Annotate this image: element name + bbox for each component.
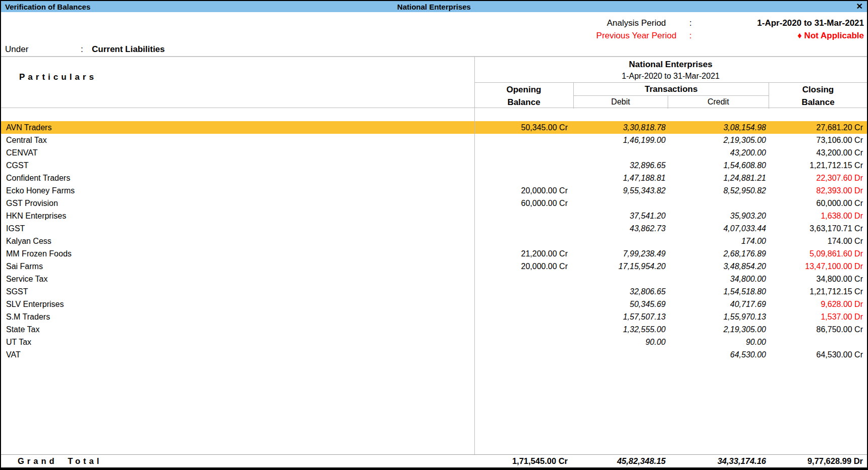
close-icon[interactable]: ✕ xyxy=(856,1,863,12)
row-opening-balance: 21,200.00 Cr xyxy=(474,247,574,260)
row-credit-amount: 1,54,518.80 xyxy=(668,285,769,298)
row-particulars-label: Kalyan Cess xyxy=(1,235,474,247)
table-row[interactable]: SGST32,806.651,54,518.801,21,712.15 Cr xyxy=(1,285,867,298)
row-debit-amount: 90.00 xyxy=(574,336,668,348)
row-closing-balance: 27,681.20 Cr xyxy=(769,121,867,134)
row-credit-amount: 2,68,176.89 xyxy=(668,247,769,260)
row-credit-amount: 64,530.00 xyxy=(668,348,769,361)
row-particulars-label: VAT xyxy=(1,348,474,361)
row-particulars-label: Service Tax xyxy=(1,273,474,285)
company-title: National Enterprises xyxy=(1,3,867,11)
table-row[interactable]: MM Frozen Foods21,200.00 Cr7,99,238.492,… xyxy=(1,247,867,260)
table-row[interactable]: IGST43,862.734,07,033.443,63,170.71 Cr xyxy=(1,222,867,235)
row-particulars-label: IGST xyxy=(1,222,474,235)
opening-header-line2: Balance xyxy=(474,96,573,109)
company-name-header: National Enterprises xyxy=(474,59,867,71)
table-header: Particulars National Enterprises 1-Apr-2… xyxy=(1,56,867,108)
row-particulars-label: Confident Traders xyxy=(1,172,474,184)
closing-header-line2: Balance xyxy=(769,96,867,109)
row-particulars-label: Ecko Honey Farms xyxy=(1,184,474,197)
numeric-header-area: National Enterprises 1-Apr-2020 to 31-Ma… xyxy=(474,57,867,108)
row-opening-balance xyxy=(474,172,574,184)
row-debit-amount: 1,46,199.00 xyxy=(574,134,668,146)
table-row[interactable]: HKN Enterprises37,541.2035,903.201,638.0… xyxy=(1,210,867,222)
row-opening-balance xyxy=(474,146,574,159)
analysis-period-colon: : xyxy=(689,17,697,29)
debit-column-header: Debit xyxy=(574,96,668,109)
row-credit-amount xyxy=(668,197,769,210)
row-debit-amount: 32,806.65 xyxy=(574,285,668,298)
row-opening-balance: 20,000.00 Cr xyxy=(474,260,574,273)
row-credit-amount: 3,48,854.20 xyxy=(668,260,769,273)
grand-total-row: Grand Total 1,71,545.00 Cr 45,82,348.15 … xyxy=(1,455,867,467)
table-row[interactable]: CGST32,896.651,54,608.801,21,712.15 Cr xyxy=(1,159,867,172)
table-row[interactable]: VAT64,530.0064,530.00 Cr xyxy=(1,348,867,361)
row-particulars-label: State Tax xyxy=(1,323,474,336)
row-credit-amount: 1,24,881.21 xyxy=(668,172,769,184)
row-debit-amount: 3,30,818.78 xyxy=(574,121,668,134)
particulars-header-cell: Particulars xyxy=(1,57,474,108)
row-credit-amount: 35,903.20 xyxy=(668,210,769,222)
table-row[interactable]: S.M Traders1,57,507.131,55,970.131,537.0… xyxy=(1,310,867,323)
title-bar: Verification of Balances National Enterp… xyxy=(1,1,867,12)
under-colon: : xyxy=(81,43,92,56)
row-closing-balance: 1,21,712.15 Cr xyxy=(769,285,867,298)
row-credit-amount: 90.00 xyxy=(668,336,769,348)
row-opening-balance xyxy=(474,323,574,336)
row-particulars-label: UT Tax xyxy=(1,336,474,348)
table-row[interactable]: Service Tax34,800.0034,800.00 Cr xyxy=(1,273,867,285)
grand-total-closing: 9,77,628.99 Dr xyxy=(769,455,867,467)
previous-year-period-colon: : xyxy=(689,30,697,42)
table-row[interactable]: Confident Traders1,47,188.811,24,881.212… xyxy=(1,172,867,184)
ledger-rows: AVN Traders50,345.00 Cr3,30,818.783,08,1… xyxy=(1,121,867,361)
row-particulars-label: Central Tax xyxy=(1,134,474,146)
row-debit-amount xyxy=(574,235,668,247)
row-credit-amount: 174.00 xyxy=(668,235,769,247)
row-closing-balance: 22,307.60 Dr xyxy=(769,172,867,184)
row-closing-balance: 86,750.00 Cr xyxy=(769,323,867,336)
row-particulars-label: S.M Traders xyxy=(1,310,474,323)
previous-year-period-value: ♦ Not Applicable xyxy=(697,30,864,42)
row-opening-balance xyxy=(474,210,574,222)
row-opening-balance xyxy=(474,336,574,348)
table-row[interactable]: AVN Traders50,345.00 Cr3,30,818.783,08,1… xyxy=(1,121,867,134)
table-row[interactable]: CENVAT43,200.0043,200.00 Cr xyxy=(1,146,867,159)
row-closing-balance: 1,638.00 Dr xyxy=(769,210,867,222)
row-closing-balance: 82,393.00 Dr xyxy=(769,184,867,197)
column-headers-row: Opening Balance Transactions Debit Credi… xyxy=(474,83,867,109)
table-row[interactable]: GST Provision60,000.00 Cr60,000.00 Cr xyxy=(1,197,867,210)
table-row[interactable]: Central Tax1,46,199.002,19,305.0073,106.… xyxy=(1,134,867,146)
row-credit-amount: 8,52,950.82 xyxy=(668,184,769,197)
row-opening-balance xyxy=(474,285,574,298)
table-row[interactable]: Sai Farms20,000.00 Cr17,15,954.203,48,85… xyxy=(1,260,867,273)
row-debit-amount: 37,541.20 xyxy=(574,210,668,222)
row-opening-balance xyxy=(474,273,574,285)
grand-total-label: Grand Total xyxy=(1,455,474,467)
row-closing-balance: 1,21,712.15 Cr xyxy=(769,159,867,172)
company-header-cell: National Enterprises 1-Apr-2020 to 31-Ma… xyxy=(474,57,867,83)
row-particulars-label: SGST xyxy=(1,285,474,298)
grand-total-credit: 34,33,174.16 xyxy=(668,455,769,467)
transactions-subheaders: Debit Credit xyxy=(574,96,769,109)
row-closing-balance xyxy=(769,336,867,348)
analysis-period-row: Analysis Period : 1-Apr-2020 to 31-Mar-2… xyxy=(583,17,864,29)
under-label: Under xyxy=(5,43,81,56)
analysis-period-value: 1-Apr-2020 to 31-Mar-2021 xyxy=(697,17,864,29)
under-value: Current Liabilities xyxy=(92,43,165,56)
row-opening-balance: 60,000.00 Cr xyxy=(474,197,574,210)
row-debit-amount xyxy=(574,197,668,210)
row-closing-balance: 1,537.00 Dr xyxy=(769,310,867,323)
row-credit-amount: 1,54,608.80 xyxy=(668,159,769,172)
row-closing-balance: 34,800.00 Cr xyxy=(769,273,867,285)
row-particulars-label: GST Provision xyxy=(1,197,474,210)
row-closing-balance: 3,63,170.71 Cr xyxy=(769,222,867,235)
row-debit-amount: 32,896.65 xyxy=(574,159,668,172)
table-row[interactable]: State Tax1,32,555.002,19,305.0086,750.00… xyxy=(1,323,867,336)
row-credit-amount: 3,08,154.98 xyxy=(668,121,769,134)
table-row[interactable]: SLV Enterprises50,345.6940,717.699,628.0… xyxy=(1,298,867,310)
row-opening-balance xyxy=(474,348,574,361)
particulars-header: Particulars xyxy=(1,57,474,82)
table-row[interactable]: Kalyan Cess174.00174.00 Cr xyxy=(1,235,867,247)
table-row[interactable]: Ecko Honey Farms20,000.00 Cr9,55,343.828… xyxy=(1,184,867,197)
table-row[interactable]: UT Tax90.0090.00 xyxy=(1,336,867,348)
